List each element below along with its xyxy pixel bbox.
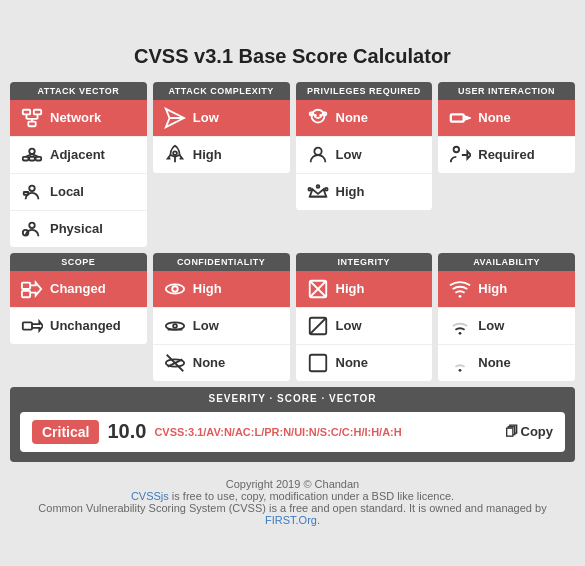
avail-none[interactable]: None <box>438 345 575 381</box>
scope-column: SCOPE Changed <box>10 253 147 381</box>
mask-icon <box>304 106 332 130</box>
svg-point-20 <box>173 151 177 155</box>
svg-rect-9 <box>23 156 29 160</box>
svg-marker-28 <box>309 189 326 196</box>
svg-rect-33 <box>451 114 464 121</box>
attack-complexity-body: Low High <box>153 100 290 173</box>
svg-point-16 <box>29 222 35 228</box>
svg-point-27 <box>314 147 321 154</box>
attack-complexity-column: ATTACK COMPLEXITY Low <box>153 82 290 247</box>
ui-required[interactable]: Required <box>438 137 575 173</box>
user-interaction-column: USER INTERACTION None <box>438 82 575 247</box>
availability-body: High Low <box>438 271 575 381</box>
footer-line3-post: . <box>317 514 320 526</box>
calculator: CVSS v3.1 Base Score Calculator ATTACK V… <box>0 25 585 542</box>
copy-button[interactable]: 🗍 Copy <box>505 424 554 439</box>
ac-high[interactable]: High <box>153 137 290 173</box>
wifi-low-icon <box>446 314 474 338</box>
svg-point-14 <box>29 185 35 191</box>
crown-icon <box>304 180 332 204</box>
eye-low-icon <box>161 314 189 338</box>
svg-point-29 <box>308 187 311 190</box>
svg-rect-36 <box>22 290 30 296</box>
pr-low[interactable]: Low <box>296 137 433 174</box>
footer: Copyright 2019 © Chandan CVSSjs is free … <box>10 472 575 532</box>
svg-rect-11 <box>36 156 41 160</box>
scope-header: SCOPE <box>10 253 147 271</box>
conf-high[interactable]: High <box>153 271 290 308</box>
scope-unchanged[interactable]: Unchanged <box>10 308 147 344</box>
int-low[interactable]: Low <box>296 308 433 345</box>
pr-high[interactable]: High <box>296 174 433 210</box>
availability-column: AVAILABILITY High <box>438 253 575 381</box>
svg-rect-0 <box>23 109 30 114</box>
eye-icon <box>161 277 189 301</box>
copy-label: Copy <box>521 424 554 439</box>
confidentiality-body: High Low <box>153 271 290 381</box>
cvssjs-link[interactable]: CVSSjs <box>131 490 169 502</box>
user-interaction-header: USER INTERACTION <box>438 82 575 100</box>
wifi-high-icon <box>446 277 474 301</box>
scope-unchanged-icon <box>18 314 46 338</box>
footer-line2-mid: is free to use, copy, modification under… <box>169 490 454 502</box>
eye-none-icon <box>161 351 189 375</box>
severity-vector: CVSS:3.1/AV:N/AC:L/PR:N/UI:N/S:C/C:H/I:H… <box>154 426 496 438</box>
integrity-body: High Low <box>296 271 433 381</box>
user-icon <box>304 143 332 167</box>
network-icon <box>18 106 46 130</box>
svg-point-52 <box>459 294 462 297</box>
svg-point-22 <box>311 109 324 122</box>
footer-line3-pre: Common Vulnerability Scoring System (CVS… <box>38 502 546 514</box>
svg-rect-10 <box>29 156 35 160</box>
integrity-none-icon <box>304 351 332 375</box>
severity-row: Critical 10.0 CVSS:3.1/AV:N/AC:L/PR:N/UI… <box>20 412 565 452</box>
int-high[interactable]: High <box>296 271 433 308</box>
availability-header: AVAILABILITY <box>438 253 575 271</box>
scope-changed[interactable]: Changed <box>10 271 147 308</box>
svg-rect-37 <box>23 322 32 329</box>
row1-grid: ATTACK VECTOR Network <box>10 82 575 247</box>
ac-low[interactable]: Low <box>153 100 290 137</box>
scope-body: Changed Unchanged <box>10 271 147 344</box>
first-org-link[interactable]: FIRST.Org <box>265 514 317 526</box>
svg-line-50 <box>309 317 326 334</box>
copy-icon: 🗍 <box>505 424 518 439</box>
pr-none[interactable]: None <box>296 100 433 137</box>
privileges-required-header: PRIVILEGES REQUIRED <box>296 82 433 100</box>
av-network[interactable]: Network <box>10 100 147 137</box>
arrow-right-icon <box>446 106 474 130</box>
attack-complexity-header: ATTACK COMPLEXITY <box>153 82 290 100</box>
conf-none[interactable]: None <box>153 345 290 381</box>
row2-grid: SCOPE Changed <box>10 253 575 381</box>
privileges-required-body: None Low <box>296 100 433 210</box>
av-adjacent[interactable]: Adjacent <box>10 137 147 174</box>
attack-vector-body: Network Adjacent <box>10 100 147 247</box>
adjacent-icon <box>18 143 46 167</box>
svg-rect-51 <box>309 354 326 371</box>
svg-rect-15 <box>24 192 29 195</box>
svg-point-34 <box>454 146 460 152</box>
paper-plane-icon <box>161 106 189 130</box>
svg-point-30 <box>324 187 327 190</box>
avail-high[interactable]: High <box>438 271 575 308</box>
av-local[interactable]: Local <box>10 174 147 211</box>
person-arrow-icon <box>446 143 474 167</box>
conf-low[interactable]: Low <box>153 308 290 345</box>
av-physical[interactable]: Physical <box>10 211 147 247</box>
user-interaction-body: None Required <box>438 100 575 173</box>
integrity-header: INTEGRITY <box>296 253 433 271</box>
int-none[interactable]: None <box>296 345 433 381</box>
svg-line-45 <box>167 354 184 371</box>
page-title: CVSS v3.1 Base Score Calculator <box>10 35 575 82</box>
svg-point-41 <box>173 324 177 328</box>
scope-changed-icon <box>18 277 46 301</box>
attack-vector-header: ATTACK VECTOR <box>10 82 147 100</box>
integrity-column: INTEGRITY High <box>296 253 433 381</box>
ui-none[interactable]: None <box>438 100 575 137</box>
svg-point-39 <box>172 286 178 292</box>
severity-section-label: SEVERITY · SCORE · VECTOR <box>20 393 565 404</box>
avail-low[interactable]: Low <box>438 308 575 345</box>
svg-point-54 <box>459 368 462 371</box>
severity-score: 10.0 <box>107 420 146 443</box>
rocket-icon <box>161 143 189 167</box>
